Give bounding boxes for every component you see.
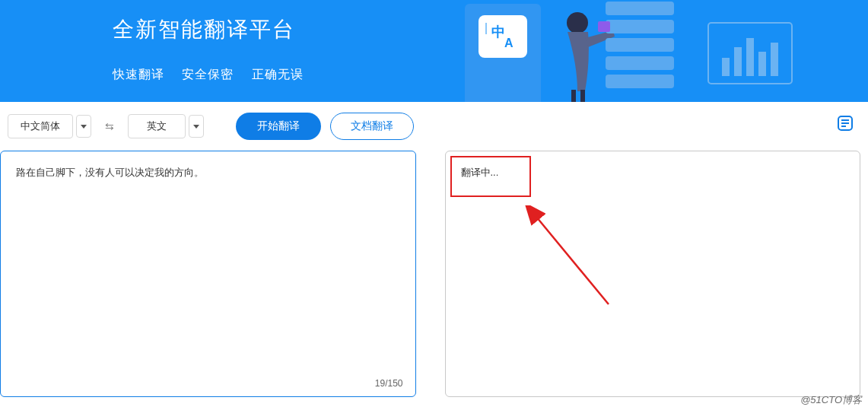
source-text[interactable]: 路在自己脚下，没有人可以决定我的方向。 <box>1 151 415 195</box>
svg-rect-8 <box>606 20 674 33</box>
feature-fast: 快速翻译 <box>113 68 164 81</box>
target-text-panel: 翻译中... <box>445 151 861 397</box>
svg-rect-9 <box>598 21 610 32</box>
svg-rect-18 <box>771 43 778 76</box>
svg-rect-11 <box>606 56 674 70</box>
hero-banner: 全新智能翻译平台 快速翻译 安全保密 正确无误 中 A <box>0 0 868 102</box>
svg-rect-6 <box>580 90 585 102</box>
help-icon[interactable] <box>836 114 854 132</box>
feature-accurate: 正确无误 <box>252 68 304 81</box>
source-lang-dropdown[interactable] <box>76 115 91 138</box>
svg-rect-7 <box>606 2 674 15</box>
svg-point-4 <box>567 12 588 33</box>
svg-rect-16 <box>746 38 754 76</box>
target-lang-dropdown[interactable] <box>189 115 204 138</box>
chevron-down-icon <box>193 125 199 129</box>
target-lang-selector[interactable]: 英文 <box>128 114 204 138</box>
svg-rect-10 <box>606 38 674 52</box>
hero-illustration: 中 A <box>450 0 815 102</box>
source-lang-selector[interactable]: 中文简体 <box>8 114 91 138</box>
svg-rect-17 <box>758 52 766 76</box>
target-text: 翻译中... <box>446 151 860 195</box>
content-area: 路在自己脚下，没有人可以决定我的方向。 19/150 翻译中... <box>0 151 868 397</box>
svg-rect-15 <box>734 47 742 76</box>
svg-rect-14 <box>722 58 730 76</box>
feature-secure: 安全保密 <box>182 68 234 81</box>
watermark: @51CTO博客 <box>800 393 862 407</box>
svg-rect-5 <box>571 90 576 102</box>
toolbar: 中文简体 ⇆ 英文 开始翻译 文档翻译 <box>0 102 868 151</box>
chevron-down-icon <box>81 125 87 129</box>
source-lang-box[interactable]: 中文简体 <box>8 114 73 138</box>
document-translate-button[interactable]: 文档翻译 <box>330 113 414 140</box>
svg-rect-12 <box>606 75 674 88</box>
char-count: 19/150 <box>375 378 403 389</box>
svg-text:A: A <box>504 37 513 49</box>
svg-text:中: 中 <box>491 24 505 40</box>
swap-languages-icon[interactable]: ⇆ <box>105 120 114 132</box>
source-text-panel[interactable]: 路在自己脚下，没有人可以决定我的方向。 19/150 <box>0 151 416 397</box>
translate-button[interactable]: 开始翻译 <box>236 113 321 140</box>
target-lang-box[interactable]: 英文 <box>128 114 186 138</box>
